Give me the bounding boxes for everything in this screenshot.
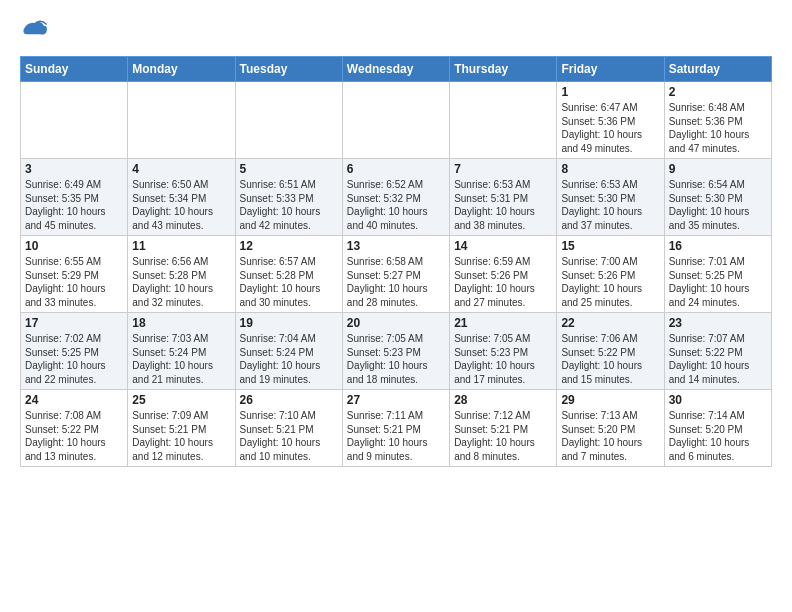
day-info: Sunrise: 7:10 AM Sunset: 5:21 PM Dayligh… <box>240 409 338 463</box>
calendar-cell: 24Sunrise: 7:08 AM Sunset: 5:22 PM Dayli… <box>21 390 128 467</box>
day-info: Sunrise: 7:07 AM Sunset: 5:22 PM Dayligh… <box>669 332 767 386</box>
calendar-cell: 27Sunrise: 7:11 AM Sunset: 5:21 PM Dayli… <box>342 390 449 467</box>
day-number: 11 <box>132 239 230 253</box>
calendar-cell: 22Sunrise: 7:06 AM Sunset: 5:22 PM Dayli… <box>557 313 664 390</box>
day-info: Sunrise: 7:05 AM Sunset: 5:23 PM Dayligh… <box>454 332 552 386</box>
day-number: 8 <box>561 162 659 176</box>
calendar-cell <box>342 82 449 159</box>
day-info: Sunrise: 6:50 AM Sunset: 5:34 PM Dayligh… <box>132 178 230 232</box>
day-info: Sunrise: 6:53 AM Sunset: 5:31 PM Dayligh… <box>454 178 552 232</box>
day-info: Sunrise: 7:13 AM Sunset: 5:20 PM Dayligh… <box>561 409 659 463</box>
calendar-cell: 18Sunrise: 7:03 AM Sunset: 5:24 PM Dayli… <box>128 313 235 390</box>
day-number: 30 <box>669 393 767 407</box>
calendar-cell: 7Sunrise: 6:53 AM Sunset: 5:31 PM Daylig… <box>450 159 557 236</box>
calendar-cell: 8Sunrise: 6:53 AM Sunset: 5:30 PM Daylig… <box>557 159 664 236</box>
day-info: Sunrise: 7:00 AM Sunset: 5:26 PM Dayligh… <box>561 255 659 309</box>
logo <box>20 16 50 46</box>
day-number: 9 <box>669 162 767 176</box>
day-number: 27 <box>347 393 445 407</box>
day-info: Sunrise: 7:06 AM Sunset: 5:22 PM Dayligh… <box>561 332 659 386</box>
calendar-cell: 2Sunrise: 6:48 AM Sunset: 5:36 PM Daylig… <box>664 82 771 159</box>
calendar-cell: 3Sunrise: 6:49 AM Sunset: 5:35 PM Daylig… <box>21 159 128 236</box>
calendar-cell: 28Sunrise: 7:12 AM Sunset: 5:21 PM Dayli… <box>450 390 557 467</box>
calendar-cell: 11Sunrise: 6:56 AM Sunset: 5:28 PM Dayli… <box>128 236 235 313</box>
day-number: 17 <box>25 316 123 330</box>
day-number: 14 <box>454 239 552 253</box>
calendar-header: SundayMondayTuesdayWednesdayThursdayFrid… <box>21 57 772 82</box>
calendar-cell: 13Sunrise: 6:58 AM Sunset: 5:27 PM Dayli… <box>342 236 449 313</box>
weekday-header-row: SundayMondayTuesdayWednesdayThursdayFrid… <box>21 57 772 82</box>
calendar-cell: 21Sunrise: 7:05 AM Sunset: 5:23 PM Dayli… <box>450 313 557 390</box>
day-number: 29 <box>561 393 659 407</box>
calendar-cell: 25Sunrise: 7:09 AM Sunset: 5:21 PM Dayli… <box>128 390 235 467</box>
page-container: SundayMondayTuesdayWednesdayThursdayFrid… <box>0 0 792 477</box>
day-number: 23 <box>669 316 767 330</box>
day-info: Sunrise: 7:04 AM Sunset: 5:24 PM Dayligh… <box>240 332 338 386</box>
weekday-header-thursday: Thursday <box>450 57 557 82</box>
calendar-table: SundayMondayTuesdayWednesdayThursdayFrid… <box>20 56 772 467</box>
day-info: Sunrise: 7:11 AM Sunset: 5:21 PM Dayligh… <box>347 409 445 463</box>
calendar-cell: 5Sunrise: 6:51 AM Sunset: 5:33 PM Daylig… <box>235 159 342 236</box>
day-number: 25 <box>132 393 230 407</box>
day-number: 26 <box>240 393 338 407</box>
calendar-week-1: 1Sunrise: 6:47 AM Sunset: 5:36 PM Daylig… <box>21 82 772 159</box>
day-number: 10 <box>25 239 123 253</box>
calendar-cell: 14Sunrise: 6:59 AM Sunset: 5:26 PM Dayli… <box>450 236 557 313</box>
weekday-header-saturday: Saturday <box>664 57 771 82</box>
day-info: Sunrise: 6:51 AM Sunset: 5:33 PM Dayligh… <box>240 178 338 232</box>
weekday-header-wednesday: Wednesday <box>342 57 449 82</box>
calendar-cell: 1Sunrise: 6:47 AM Sunset: 5:36 PM Daylig… <box>557 82 664 159</box>
day-number: 24 <box>25 393 123 407</box>
calendar-cell: 23Sunrise: 7:07 AM Sunset: 5:22 PM Dayli… <box>664 313 771 390</box>
weekday-header-monday: Monday <box>128 57 235 82</box>
day-number: 20 <box>347 316 445 330</box>
day-number: 28 <box>454 393 552 407</box>
calendar-cell: 4Sunrise: 6:50 AM Sunset: 5:34 PM Daylig… <box>128 159 235 236</box>
day-info: Sunrise: 6:59 AM Sunset: 5:26 PM Dayligh… <box>454 255 552 309</box>
day-number: 3 <box>25 162 123 176</box>
calendar-cell: 20Sunrise: 7:05 AM Sunset: 5:23 PM Dayli… <box>342 313 449 390</box>
calendar-cell: 29Sunrise: 7:13 AM Sunset: 5:20 PM Dayli… <box>557 390 664 467</box>
calendar-cell: 30Sunrise: 7:14 AM Sunset: 5:20 PM Dayli… <box>664 390 771 467</box>
day-number: 7 <box>454 162 552 176</box>
calendar-cell: 15Sunrise: 7:00 AM Sunset: 5:26 PM Dayli… <box>557 236 664 313</box>
calendar-cell: 16Sunrise: 7:01 AM Sunset: 5:25 PM Dayli… <box>664 236 771 313</box>
logo-icon <box>20 16 48 44</box>
day-info: Sunrise: 6:58 AM Sunset: 5:27 PM Dayligh… <box>347 255 445 309</box>
day-info: Sunrise: 6:55 AM Sunset: 5:29 PM Dayligh… <box>25 255 123 309</box>
day-number: 5 <box>240 162 338 176</box>
calendar-cell: 12Sunrise: 6:57 AM Sunset: 5:28 PM Dayli… <box>235 236 342 313</box>
day-info: Sunrise: 7:01 AM Sunset: 5:25 PM Dayligh… <box>669 255 767 309</box>
calendar-week-4: 17Sunrise: 7:02 AM Sunset: 5:25 PM Dayli… <box>21 313 772 390</box>
day-info: Sunrise: 7:14 AM Sunset: 5:20 PM Dayligh… <box>669 409 767 463</box>
day-info: Sunrise: 7:12 AM Sunset: 5:21 PM Dayligh… <box>454 409 552 463</box>
calendar-cell <box>128 82 235 159</box>
day-number: 13 <box>347 239 445 253</box>
calendar-week-2: 3Sunrise: 6:49 AM Sunset: 5:35 PM Daylig… <box>21 159 772 236</box>
day-info: Sunrise: 6:52 AM Sunset: 5:32 PM Dayligh… <box>347 178 445 232</box>
day-info: Sunrise: 7:03 AM Sunset: 5:24 PM Dayligh… <box>132 332 230 386</box>
day-number: 15 <box>561 239 659 253</box>
calendar-cell: 9Sunrise: 6:54 AM Sunset: 5:30 PM Daylig… <box>664 159 771 236</box>
calendar-cell: 26Sunrise: 7:10 AM Sunset: 5:21 PM Dayli… <box>235 390 342 467</box>
day-number: 19 <box>240 316 338 330</box>
day-info: Sunrise: 6:57 AM Sunset: 5:28 PM Dayligh… <box>240 255 338 309</box>
day-info: Sunrise: 7:02 AM Sunset: 5:25 PM Dayligh… <box>25 332 123 386</box>
day-info: Sunrise: 6:47 AM Sunset: 5:36 PM Dayligh… <box>561 101 659 155</box>
day-number: 12 <box>240 239 338 253</box>
day-number: 6 <box>347 162 445 176</box>
day-info: Sunrise: 6:54 AM Sunset: 5:30 PM Dayligh… <box>669 178 767 232</box>
day-number: 22 <box>561 316 659 330</box>
day-number: 18 <box>132 316 230 330</box>
calendar-cell: 6Sunrise: 6:52 AM Sunset: 5:32 PM Daylig… <box>342 159 449 236</box>
day-number: 21 <box>454 316 552 330</box>
calendar-cell <box>21 82 128 159</box>
day-info: Sunrise: 6:48 AM Sunset: 5:36 PM Dayligh… <box>669 101 767 155</box>
weekday-header-sunday: Sunday <box>21 57 128 82</box>
day-number: 4 <box>132 162 230 176</box>
day-info: Sunrise: 6:49 AM Sunset: 5:35 PM Dayligh… <box>25 178 123 232</box>
weekday-header-tuesday: Tuesday <box>235 57 342 82</box>
day-info: Sunrise: 6:53 AM Sunset: 5:30 PM Dayligh… <box>561 178 659 232</box>
weekday-header-friday: Friday <box>557 57 664 82</box>
calendar-cell: 17Sunrise: 7:02 AM Sunset: 5:25 PM Dayli… <box>21 313 128 390</box>
